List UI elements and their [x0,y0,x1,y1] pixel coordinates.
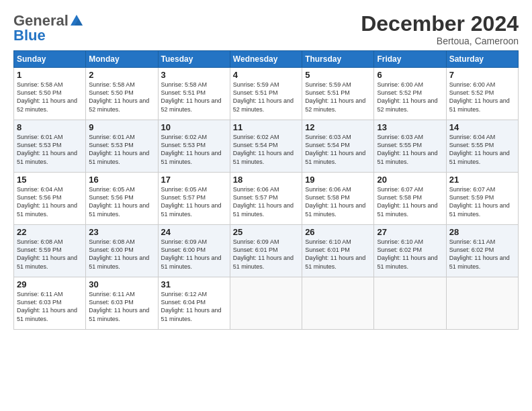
day-info: Sunrise: 6:00 AMSunset: 5:52 PMDaylight:… [377,81,437,112]
day-info: Sunrise: 6:11 AMSunset: 6:03 PMDaylight:… [89,291,149,322]
week-row-5: 29 Sunrise: 6:11 AMSunset: 6:03 PMDaylig… [14,277,519,330]
day-info: Sunrise: 6:05 AMSunset: 5:56 PMDaylight:… [89,186,149,217]
day-number: 29 [17,279,83,289]
day-info: Sunrise: 6:03 AMSunset: 5:54 PMDaylight:… [305,134,365,165]
day-number: 15 [17,175,83,185]
day-number: 3 [161,70,227,80]
day-cell: 4 Sunrise: 5:59 AMSunset: 5:51 PMDayligh… [230,68,302,120]
day-number: 23 [89,227,154,237]
header-row: Sunday Monday Tuesday Wednesday Thursday… [14,51,519,68]
day-number: 4 [233,70,299,80]
day-info: Sunrise: 6:04 AMSunset: 5:55 PMDaylight:… [449,134,510,165]
day-cell: 26 Sunrise: 6:10 AMSunset: 6:01 PMDaylig… [302,225,374,277]
day-cell: 8 Sunrise: 6:01 AMSunset: 5:53 PMDayligh… [14,120,86,173]
day-number: 24 [161,227,227,237]
calendar-page: General Blue December 2024 Bertoua, Came… [0,0,532,411]
day-info: Sunrise: 6:02 AMSunset: 5:53 PMDaylight:… [161,134,222,165]
day-number: 2 [89,70,154,80]
calendar-body: 1 Sunrise: 5:58 AMSunset: 5:50 PMDayligh… [14,68,519,330]
day-number: 13 [377,122,443,132]
day-cell: 9 Sunrise: 6:01 AMSunset: 5:53 PMDayligh… [86,120,158,173]
day-cell: 25 Sunrise: 6:09 AMSunset: 6:01 PMDaylig… [230,225,302,277]
day-number: 28 [449,227,515,237]
day-info: Sunrise: 5:58 AMSunset: 5:50 PMDaylight:… [89,81,149,112]
day-cell: 31 Sunrise: 6:12 AMSunset: 6:04 PMDaylig… [158,277,230,330]
day-number: 6 [377,70,443,80]
col-saturday: Saturday [446,51,518,68]
day-info: Sunrise: 6:12 AMSunset: 6:04 PMDaylight:… [161,291,222,322]
day-cell: 7 Sunrise: 6:00 AMSunset: 5:52 PMDayligh… [446,68,518,120]
day-cell: 11 Sunrise: 6:02 AMSunset: 5:54 PMDaylig… [230,120,302,173]
header: General Blue December 2024 Bertoua, Came… [13,12,519,46]
day-cell: 15 Sunrise: 6:04 AMSunset: 5:56 PMDaylig… [14,173,86,225]
day-number: 21 [449,175,515,185]
col-thursday: Thursday [302,51,374,68]
day-number: 30 [89,279,154,289]
day-number: 16 [89,175,154,185]
day-cell: 12 Sunrise: 6:03 AMSunset: 5:54 PMDaylig… [302,120,374,173]
day-info: Sunrise: 6:11 AMSunset: 6:02 PMDaylight:… [449,238,510,269]
day-number: 7 [449,70,515,80]
day-cell: 1 Sunrise: 5:58 AMSunset: 5:50 PMDayligh… [14,68,86,120]
day-info: Sunrise: 6:07 AMSunset: 5:59 PMDaylight:… [449,186,510,217]
day-info: Sunrise: 6:08 AMSunset: 5:59 PMDaylight:… [17,238,77,269]
logo-triangle-icon [69,13,84,28]
day-cell: 18 Sunrise: 6:06 AMSunset: 5:57 PMDaylig… [230,173,302,225]
day-cell: 2 Sunrise: 5:58 AMSunset: 5:50 PMDayligh… [86,68,158,120]
day-info: Sunrise: 6:10 AMSunset: 6:02 PMDaylight:… [377,238,437,269]
day-cell: 14 Sunrise: 6:04 AMSunset: 5:55 PMDaylig… [446,120,518,173]
day-number: 31 [161,279,227,289]
day-info: Sunrise: 5:58 AMSunset: 5:51 PMDaylight:… [161,81,222,112]
week-row-2: 8 Sunrise: 6:01 AMSunset: 5:53 PMDayligh… [14,120,519,173]
day-cell: 24 Sunrise: 6:09 AMSunset: 6:00 PMDaylig… [158,225,230,277]
day-number: 20 [377,175,443,185]
day-cell: 6 Sunrise: 6:00 AMSunset: 5:52 PMDayligh… [374,68,446,120]
day-info: Sunrise: 6:04 AMSunset: 5:56 PMDaylight:… [17,186,77,217]
day-info: Sunrise: 6:06 AMSunset: 5:57 PMDaylight:… [233,186,294,217]
day-number: 5 [305,70,371,80]
week-row-3: 15 Sunrise: 6:04 AMSunset: 5:56 PMDaylig… [14,173,519,225]
day-number: 1 [17,70,83,80]
day-cell: 19 Sunrise: 6:06 AMSunset: 5:58 PMDaylig… [302,173,374,225]
day-info: Sunrise: 6:09 AMSunset: 6:00 PMDaylight:… [161,238,222,269]
day-info: Sunrise: 6:07 AMSunset: 5:58 PMDaylight:… [377,186,437,217]
day-info: Sunrise: 6:00 AMSunset: 5:52 PMDaylight:… [449,81,510,112]
calendar-title: December 2024 [361,12,519,36]
day-cell [446,277,518,330]
calendar-subtitle: Bertoua, Cameroon [361,36,519,46]
col-tuesday: Tuesday [158,51,230,68]
week-row-1: 1 Sunrise: 5:58 AMSunset: 5:50 PMDayligh… [14,68,519,120]
day-info: Sunrise: 6:08 AMSunset: 6:00 PMDaylight:… [89,238,149,269]
day-info: Sunrise: 6:01 AMSunset: 5:53 PMDaylight:… [17,134,77,165]
day-info: Sunrise: 6:10 AMSunset: 6:01 PMDaylight:… [305,238,365,269]
day-cell: 29 Sunrise: 6:11 AMSunset: 6:03 PMDaylig… [14,277,86,330]
day-info: Sunrise: 5:59 AMSunset: 5:51 PMDaylight:… [233,81,294,112]
day-cell: 27 Sunrise: 6:10 AMSunset: 6:02 PMDaylig… [374,225,446,277]
day-number: 19 [305,175,371,185]
day-cell: 30 Sunrise: 6:11 AMSunset: 6:03 PMDaylig… [86,277,158,330]
day-cell: 10 Sunrise: 6:02 AMSunset: 5:53 PMDaylig… [158,120,230,173]
day-cell: 3 Sunrise: 5:58 AMSunset: 5:51 PMDayligh… [158,68,230,120]
logo-blue: Blue [13,27,46,44]
day-number: 8 [17,122,83,132]
day-number: 25 [233,227,299,237]
col-wednesday: Wednesday [230,51,302,68]
day-number: 22 [17,227,83,237]
day-cell [374,277,446,330]
col-monday: Monday [86,51,158,68]
day-number: 10 [161,122,227,132]
day-number: 14 [449,122,515,132]
day-cell: 23 Sunrise: 6:08 AMSunset: 6:00 PMDaylig… [86,225,158,277]
day-cell: 5 Sunrise: 5:59 AMSunset: 5:51 PMDayligh… [302,68,374,120]
day-cell: 28 Sunrise: 6:11 AMSunset: 6:02 PMDaylig… [446,225,518,277]
calendar-table: Sunday Monday Tuesday Wednesday Thursday… [13,50,519,330]
day-info: Sunrise: 6:03 AMSunset: 5:55 PMDaylight:… [377,134,437,165]
day-cell: 16 Sunrise: 6:05 AMSunset: 5:56 PMDaylig… [86,173,158,225]
day-number: 9 [89,122,154,132]
day-number: 11 [233,122,299,132]
day-number: 12 [305,122,371,132]
day-cell: 20 Sunrise: 6:07 AMSunset: 5:58 PMDaylig… [374,173,446,225]
day-number: 18 [233,175,299,185]
day-cell: 13 Sunrise: 6:03 AMSunset: 5:55 PMDaylig… [374,120,446,173]
day-number: 27 [377,227,443,237]
